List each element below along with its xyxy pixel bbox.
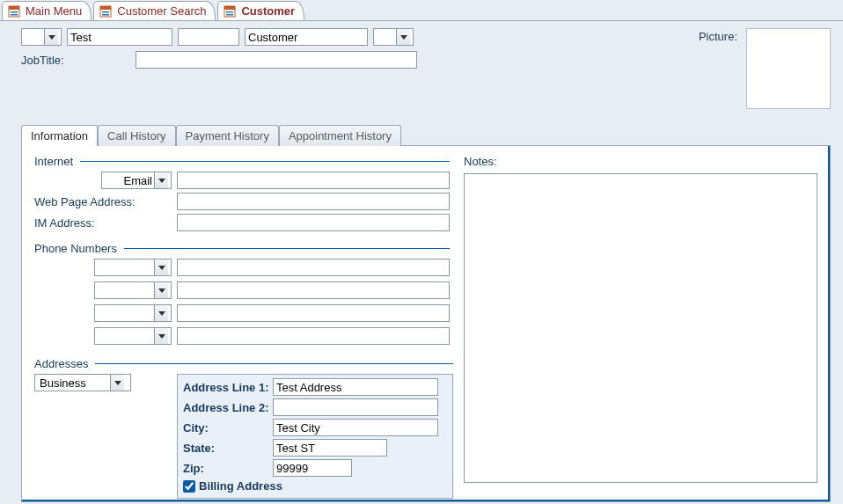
- svg-rect-1: [9, 6, 19, 10]
- chevron-down-icon[interactable]: [154, 259, 168, 275]
- group-phone-legend: Phone Numbers: [34, 242, 117, 255]
- address-panel: Address Line 1: Address Line 2: City:: [177, 374, 453, 499]
- doc-tab-label: Customer: [241, 4, 295, 18]
- billing-address-label: Billing Address: [199, 479, 282, 493]
- addr-state-label: State:: [183, 442, 269, 455]
- notes-textarea[interactable]: [464, 173, 817, 483]
- group-addresses: Addresses Address Line 1:: [34, 357, 453, 499]
- svg-rect-5: [100, 6, 111, 10]
- address-type-combo[interactable]: [34, 374, 131, 391]
- first-name-input[interactable]: [67, 28, 172, 46]
- prefix-input[interactable]: [25, 29, 44, 45]
- suffix-combo[interactable]: [373, 28, 414, 46]
- notes-label: Notes:: [464, 155, 497, 168]
- doc-tab-label: Main Menu: [26, 4, 82, 18]
- svg-rect-9: [224, 6, 235, 10]
- tab-information[interactable]: Information: [21, 125, 98, 146]
- details-tab-control: Information Call History Payment History…: [21, 125, 831, 503]
- document-tab-bar: Main Menu Customer Search Customer: [0, 0, 843, 21]
- tab-page-information: Internet Web Page Address:: [21, 145, 831, 502]
- tab-payment-history[interactable]: Payment History: [176, 125, 279, 146]
- phone-number-input-1[interactable]: [177, 259, 450, 276]
- chevron-down-icon[interactable]: [154, 328, 168, 344]
- jobtitle-input[interactable]: [136, 51, 417, 69]
- addr-city-label: City:: [183, 421, 269, 435]
- suffix-input[interactable]: [377, 29, 396, 45]
- phone-type-input-2[interactable]: [98, 282, 154, 298]
- phone-number-input-4[interactable]: [177, 327, 450, 345]
- group-internet: Internet Web Page Address:: [34, 155, 450, 235]
- picture-box[interactable]: [746, 28, 831, 109]
- svg-rect-2: [11, 11, 18, 13]
- phone-number-input-3[interactable]: [177, 304, 450, 322]
- prefix-combo[interactable]: [21, 28, 62, 46]
- group-internet-legend: Internet: [34, 155, 73, 168]
- im-input[interactable]: [177, 214, 450, 231]
- webpage-input[interactable]: [177, 193, 450, 210]
- chevron-down-icon[interactable]: [154, 172, 168, 188]
- billing-address-checkbox[interactable]: [183, 480, 195, 493]
- chevron-down-icon[interactable]: [154, 305, 168, 321]
- webpage-label: Web Page Address:: [34, 195, 172, 208]
- chevron-down-icon[interactable]: [110, 375, 124, 391]
- form-icon: [8, 5, 20, 18]
- picture-label: Picture:: [699, 28, 737, 43]
- phone-type-input-3[interactable]: [98, 305, 154, 321]
- phone-type-input-1[interactable]: [98, 259, 154, 275]
- tab-call-history[interactable]: Call History: [98, 125, 175, 146]
- svg-rect-6: [102, 11, 109, 13]
- doc-tab-main-menu[interactable]: Main Menu: [2, 1, 92, 20]
- phone-type-combo-2[interactable]: [94, 281, 172, 299]
- phone-number-input-2[interactable]: [177, 281, 450, 299]
- middle-name-input[interactable]: [178, 28, 239, 46]
- group-phone: Phone Numbers: [34, 242, 450, 350]
- doc-tab-customer-search[interactable]: Customer Search: [93, 1, 216, 20]
- addr-state-input[interactable]: [273, 439, 387, 457]
- svg-rect-11: [226, 14, 233, 16]
- doc-tab-customer[interactable]: Customer: [217, 1, 304, 20]
- addr-zip-label: Zip:: [183, 462, 269, 475]
- addr-line2-input[interactable]: [273, 398, 438, 416]
- addr-line2-label: Address Line 2:: [183, 401, 269, 414]
- phone-type-combo-1[interactable]: [94, 259, 172, 276]
- chevron-down-icon[interactable]: [44, 29, 58, 45]
- im-label: IM Address:: [34, 216, 172, 230]
- email-input[interactable]: [177, 172, 450, 189]
- phone-type-combo-4[interactable]: [94, 327, 172, 345]
- chevron-down-icon[interactable]: [154, 282, 168, 298]
- form-icon: [99, 5, 112, 18]
- svg-rect-7: [102, 14, 109, 16]
- phone-type-input-4[interactable]: [98, 328, 154, 344]
- addr-line1-input[interactable]: [273, 378, 438, 396]
- jobtitle-label: JobTitle:: [21, 54, 128, 67]
- address-type-input[interactable]: [38, 375, 110, 391]
- form-icon: [224, 5, 236, 18]
- email-type-combo[interactable]: [101, 172, 172, 189]
- phone-type-combo-3[interactable]: [94, 304, 172, 322]
- addr-line1-label: Address Line 1:: [183, 381, 269, 394]
- chevron-down-icon[interactable]: [396, 29, 410, 45]
- email-type-input[interactable]: [105, 172, 154, 188]
- last-name-input[interactable]: [245, 28, 368, 46]
- addr-city-input[interactable]: [273, 419, 438, 436]
- addr-zip-input[interactable]: [273, 459, 352, 477]
- tab-appointment-history[interactable]: Appointment History: [279, 125, 401, 146]
- doc-tab-label: Customer Search: [117, 4, 206, 18]
- billing-address-checkbox-wrap[interactable]: Billing Address: [183, 479, 447, 493]
- group-addresses-legend: Addresses: [34, 357, 88, 370]
- svg-rect-10: [226, 11, 233, 13]
- svg-rect-3: [11, 14, 18, 16]
